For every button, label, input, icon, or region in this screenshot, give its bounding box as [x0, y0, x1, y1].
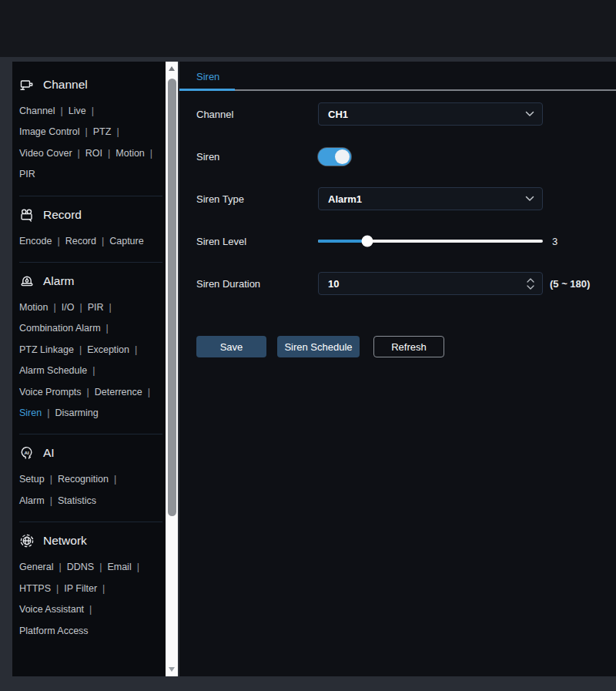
siren-duration-field[interactable]	[318, 272, 543, 295]
sidebar-scrollbar[interactable]	[166, 62, 178, 676]
siren-duration-input[interactable]	[328, 278, 522, 290]
sidebar-link-pir[interactable]: PIR	[19, 169, 35, 179]
sidebar-link-motion[interactable]: Motion	[19, 302, 49, 313]
sidebar-link-ptz-linkage[interactable]: PTZ Linkage	[19, 344, 74, 355]
sidebar-link-recognition[interactable]: Recognition	[58, 474, 109, 485]
siren-schedule-button[interactable]: Siren Schedule	[277, 336, 360, 357]
spinner-up-icon[interactable]	[527, 278, 534, 283]
sidebar-section: AI AI Setup|Recognition|Alarm|Statistics	[19, 434, 162, 522]
sidebar-section-title: Channel	[43, 78, 88, 92]
sidebar-section-header: Channel	[19, 77, 162, 92]
sidebar-link-ddns[interactable]: DDNS	[67, 562, 94, 572]
sidebar-link-statistics[interactable]: Statistics	[58, 495, 96, 506]
separator: |	[59, 562, 61, 572]
slider-knob[interactable]	[362, 236, 373, 247]
sidebar-link-siren[interactable]: Siren	[19, 408, 42, 418]
separator: |	[78, 148, 80, 159]
sidebar-link-voice-assistant[interactable]: Voice Assistant	[19, 604, 84, 615]
tab-bar: Siren	[179, 62, 616, 91]
channel-label: Channel	[196, 109, 318, 120]
sidebar-sections: Channel Channel|Live|Image Control|PTZ|V…	[12, 62, 166, 676]
siren-toggle[interactable]	[318, 148, 351, 166]
sidebar-link-ptz[interactable]: PTZ	[93, 126, 112, 137]
sidebar-link-roi[interactable]: ROI	[85, 148, 102, 159]
separator: |	[50, 474, 52, 485]
sidebar-section: Alarm Motion|I/O|PIR|Combination Alarm|P…	[19, 263, 162, 434]
separator: |	[85, 126, 88, 137]
siren-label: Siren	[196, 151, 318, 163]
separator: |	[79, 302, 82, 313]
sidebar-section-links: Motion|I/O|PIR|Combination Alarm|PTZ Lin…	[19, 297, 162, 424]
scroll-up-arrow-icon[interactable]	[166, 63, 178, 74]
channel-select[interactable]: CH1	[318, 102, 543, 126]
sidebar-link-exception[interactable]: Exception	[87, 344, 129, 355]
siren-row: Siren	[196, 145, 599, 168]
svg-text:AI: AI	[25, 450, 29, 455]
sidebar-link-disarming[interactable]: Disarming	[55, 408, 98, 418]
siren-beacon-icon	[19, 273, 35, 289]
sidebar-link-encode[interactable]: Encode	[19, 236, 52, 247]
siren-type-label: Siren Type	[196, 193, 318, 205]
separator: |	[47, 408, 49, 418]
sidebar-link-alarm-schedule[interactable]: Alarm Schedule	[19, 365, 87, 376]
separator: |	[150, 148, 152, 159]
number-spinner	[522, 278, 534, 290]
sidebar-link-ip-filter[interactable]: IP Filter	[64, 583, 97, 594]
sidebar-link-motion[interactable]: Motion	[116, 148, 145, 159]
globe-icon	[19, 533, 35, 548]
channel-row: Channel CH1	[196, 102, 599, 126]
separator: |	[61, 106, 63, 116]
sidebar-link-capture[interactable]: Capture	[109, 236, 143, 247]
refresh-button[interactable]: Refresh	[373, 336, 444, 357]
sidebar-link-alarm[interactable]: Alarm	[19, 495, 45, 506]
scroll-down-arrow-icon[interactable]	[166, 664, 178, 675]
separator: |	[102, 583, 105, 594]
slider-fill	[318, 240, 367, 243]
separator: |	[99, 562, 102, 572]
content-panel: Siren Channel CH1 Siren Siren Type Alarm…	[179, 62, 616, 676]
separator: |	[92, 106, 94, 116]
siren-level-value: 3	[552, 236, 557, 247]
ai-head-icon: AI	[19, 445, 35, 461]
save-button[interactable]: Save	[196, 336, 266, 357]
sidebar-link-deterrence[interactable]: Deterrence	[95, 387, 142, 397]
sidebar-section-header: AI AI	[19, 445, 162, 461]
spinner-down-icon[interactable]	[527, 285, 534, 290]
sidebar-link-general[interactable]: General	[19, 562, 53, 572]
separator: |	[87, 387, 89, 397]
sidebar-link-voice-prompts[interactable]: Voice Prompts	[19, 387, 82, 397]
sidebar-link-combination-alarm[interactable]: Combination Alarm	[19, 323, 101, 334]
toggle-knob	[335, 149, 350, 164]
channel-selected-value: CH1	[328, 109, 525, 120]
sidebar-link-record[interactable]: Record	[65, 236, 96, 247]
siren-level-slider[interactable]	[318, 240, 543, 243]
sidebar-link-pir[interactable]: PIR	[88, 302, 104, 313]
separator: |	[56, 583, 59, 594]
cctv-camera-icon	[19, 77, 35, 92]
sidebar-link-i-o[interactable]: I/O	[62, 302, 75, 313]
sidebar-link-channel[interactable]: Channel	[19, 106, 55, 116]
sidebar-link-setup[interactable]: Setup	[19, 474, 45, 485]
separator: |	[89, 604, 92, 615]
siren-duration-label: Siren Duration	[196, 278, 318, 290]
separator: |	[54, 302, 56, 313]
sidebar-section-title: AI	[43, 446, 55, 460]
chevron-down-icon	[525, 111, 534, 117]
siren-type-selected-value: Alarm1	[328, 193, 525, 205]
sidebar-section-links: Channel|Live|Image Control|PTZ|Video Cov…	[19, 101, 162, 186]
sidebar-link-email[interactable]: Email	[107, 562, 131, 572]
sidebar-link-image-control[interactable]: Image Control	[19, 126, 80, 137]
sidebar-link-https[interactable]: HTTPS	[19, 583, 51, 594]
chevron-down-icon	[525, 196, 534, 202]
sidebar-link-video-cover[interactable]: Video Cover	[19, 148, 72, 159]
siren-level-row: Siren Level 3	[196, 230, 599, 253]
separator: |	[79, 344, 82, 355]
siren-duration-row: Siren Duration (5 ~ 180)	[196, 272, 599, 295]
siren-duration-range-hint: (5 ~ 180)	[550, 278, 590, 290]
siren-type-select[interactable]: Alarm1	[318, 187, 543, 210]
tab-siren[interactable]: Siren	[196, 71, 219, 82]
sidebar-link-platform-access[interactable]: Platform Access	[19, 626, 89, 636]
scrollbar-thumb[interactable]	[168, 79, 176, 516]
sidebar-section-header: Record	[19, 207, 162, 223]
sidebar-link-live[interactable]: Live	[69, 106, 86, 116]
